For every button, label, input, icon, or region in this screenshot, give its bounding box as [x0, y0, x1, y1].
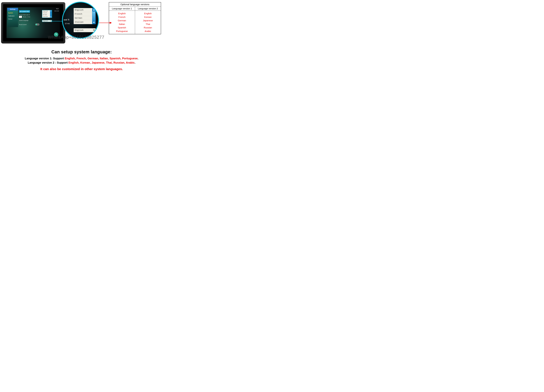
- scroll-up-button[interactable]: [92, 8, 96, 12]
- language-dropdown-value: English: [43, 20, 48, 22]
- language-option[interactable]: French: [74, 12, 92, 16]
- language-name: English: [136, 12, 160, 15]
- autolock-unit: Minutes: [23, 16, 27, 17]
- magnifier-callout: C 1/02 ock Ti (0 me English French Germa…: [62, 2, 99, 39]
- language-name: Portuguese: [110, 29, 134, 33]
- language-name: Italian: [110, 22, 134, 26]
- sidebar-item-sensor[interactable]: Sensor: [7, 17, 18, 21]
- autolock-row: Screen Auto-Lock Ti: [19, 14, 59, 15]
- autolock-minutes-input[interactable]: 0: [19, 16, 22, 18]
- language-listbox[interactable]: English French German Italian: [42, 10, 52, 18]
- table-title: Optional language versions: [109, 2, 161, 7]
- language-listbox-enlarged[interactable]: English French German Italian: [74, 8, 92, 24]
- scroll-down-button[interactable]: [92, 21, 96, 24]
- sidebar-header: Settings: [7, 8, 18, 11]
- language-dropdown-value: English: [75, 29, 83, 31]
- autolock-value-row: 0 Minutes (0 me: [19, 16, 59, 18]
- sidebar-items: System Calibration Sensor: [7, 11, 18, 27]
- table-col2-header: Language version 2: [135, 7, 161, 11]
- language-name: Korean: [136, 15, 160, 19]
- language-name: Japanese: [136, 19, 160, 22]
- firmware-version: V1.5: [56, 8, 59, 9]
- language-scrollbar[interactable]: [50, 10, 52, 17]
- buzzer-toggle[interactable]: ON: [35, 23, 40, 26]
- language-name: Russian: [136, 26, 160, 29]
- language-name: German: [110, 19, 134, 22]
- table-col1-header: Language version 1: [109, 7, 135, 11]
- scroll-down-icon[interactable]: [50, 17, 52, 17]
- back-button[interactable]: [54, 32, 58, 37]
- custom-languages-note: It can also be customized in other syste…: [1, 67, 162, 71]
- sidebar-item-system[interactable]: System: [7, 12, 18, 14]
- language-name: English: [110, 12, 134, 15]
- line2-langs: English, Korean, Japanese, Thai, Russian…: [68, 61, 135, 64]
- settings-sidebar: Settings System Calibration Sensor: [7, 8, 18, 27]
- language-name: Thai: [136, 22, 160, 26]
- line1-langs: English, French, German, Italian, Spanis…: [65, 57, 138, 60]
- buzzer-toggle-label: ON: [36, 24, 37, 25]
- autolock-label: Screen Auto-Lock Ti: [19, 14, 34, 15]
- chevron-down-icon: [93, 30, 95, 31]
- language-scrollbar-enlarged[interactable]: [92, 8, 96, 24]
- table-col1-body: English French German Italian Spanish Po…: [109, 11, 135, 34]
- line2-prefix: Language version 2 : Support: [28, 61, 68, 64]
- triangle-up-icon: [93, 9, 95, 11]
- set-system-time-button[interactable]: Set system time: [19, 10, 30, 13]
- language-option[interactable]: German: [74, 16, 92, 20]
- language-dropdown-enlarged[interactable]: English: [74, 28, 96, 32]
- scroll-up-icon[interactable]: [50, 11, 52, 11]
- line1-suffix: .: [138, 57, 138, 60]
- version1-line: Language version 1: Support English, Fre…: [1, 57, 162, 60]
- svg-marker-3: [110, 22, 112, 24]
- language-name: Spanish: [110, 26, 134, 29]
- mag-fragment-zero: (0 me: [65, 23, 70, 25]
- buzzer-row: Buzzer sound: ON: [19, 23, 59, 26]
- version2-line: Language version 2 : Support English, Ko…: [1, 61, 162, 64]
- triangle-down-icon: [93, 22, 95, 23]
- top-section: V1.5 /02 10:42 Settings System Calibrati…: [1, 2, 162, 43]
- sidebar-item-calibration[interactable]: Calibration: [7, 14, 18, 17]
- language-option[interactable]: Italian: [74, 20, 92, 24]
- buzzer-label: Buzzer sound:: [19, 24, 34, 25]
- undo-arrow-icon: [55, 33, 57, 36]
- line2-suffix: .: [135, 61, 136, 64]
- language-name: Arabic: [136, 29, 160, 33]
- language-option[interactable]: English: [74, 8, 92, 12]
- language-versions-table: Optional language versions Language vers…: [109, 2, 161, 34]
- language-name: French: [110, 15, 134, 19]
- table-col2-body: English Korean Japanese Thai Russian Ara…: [135, 11, 161, 34]
- dropdown-trigger[interactable]: [92, 28, 96, 32]
- bottom-copy: Can setup system language: Language vers…: [1, 49, 162, 71]
- line1-prefix: Language version 1: Support: [25, 57, 65, 60]
- language-dropdown[interactable]: English: [42, 20, 52, 22]
- mag-fragment-lock: ock Ti: [64, 19, 69, 21]
- headline: Can setup system language:: [1, 49, 162, 54]
- syslang-label: System language:: [19, 20, 34, 21]
- autolock-hint: (0 me: [27, 16, 30, 17]
- scrollbar-thumb[interactable]: [92, 12, 95, 21]
